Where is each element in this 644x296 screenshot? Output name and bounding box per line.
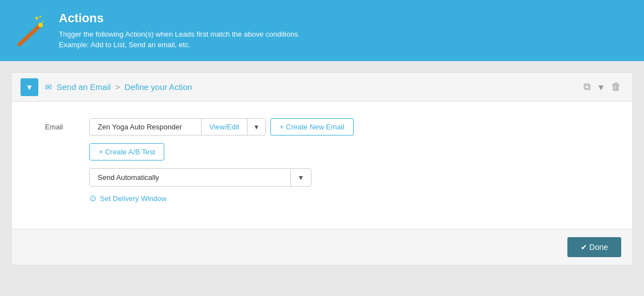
envelope-icon: ✉ [45, 82, 52, 92]
header-title: Actions [59, 11, 298, 26]
header-desc-line2: Example: Add to List, Send an email, etc… [59, 39, 298, 51]
send-mode-arrow-icon: ▼ [298, 174, 304, 182]
card-header-left: ▼ ✉ Send an Email > Define your Action [21, 78, 581, 96]
card-header-right: ⧉ ▾ 🗑 [581, 79, 623, 96]
view-edit-button[interactable]: View/Edit [201, 119, 247, 135]
trash-icon: 🗑 [611, 81, 621, 93]
delivery-window-label: Set Delivery Window [100, 194, 167, 203]
email-select-wrapper: Zen Yoga Auto Responder View/Edit ▼ [89, 118, 266, 136]
send-mode-dropdown-button[interactable]: ▼ [290, 169, 311, 186]
copy-dropdown-button[interactable]: ▾ [596, 79, 606, 96]
delete-button[interactable]: 🗑 [609, 79, 623, 95]
svg-point-4 [38, 23, 43, 27]
breadcrumb-separator: > [115, 82, 120, 92]
card-footer: ✔ Done [12, 229, 632, 265]
clock-icon: ⊙ [89, 193, 97, 203]
email-field-content: Zen Yoga Auto Responder View/Edit ▼ + Cr… [89, 118, 616, 203]
chevron-down-icon: ▼ [26, 83, 33, 92]
breadcrumb-step1: Send an Email [57, 82, 111, 92]
breadcrumb: ✉ Send an Email > Define your Action [45, 82, 192, 92]
create-ab-test-button[interactable]: + Create A/B Test [89, 143, 164, 160]
send-mode-select: Send Automatically ▼ [89, 168, 311, 187]
svg-line-3 [19, 25, 41, 44]
svg-text:✦: ✦ [38, 14, 42, 19]
create-ab-row: + Create A/B Test [89, 143, 616, 168]
send-mode-text: Send Automatically [90, 169, 290, 186]
email-select-row: Zen Yoga Auto Responder View/Edit ▼ + Cr… [89, 118, 616, 136]
main-content: ▼ ✉ Send an Email > Define your Action ⧉… [0, 61, 644, 277]
wand-icon: ✦ ✦ ✦ [14, 14, 47, 47]
breadcrumb-step2: Define your Action [124, 82, 192, 92]
email-dropdown-button[interactable]: ▼ [247, 119, 265, 135]
email-label: Email [45, 118, 78, 131]
svg-text:✦: ✦ [42, 20, 44, 23]
header-text: Actions Trigger the following Action(s) … [59, 11, 298, 51]
done-button[interactable]: ✔ Done [567, 237, 621, 257]
delivery-window-link[interactable]: ⊙ Set Delivery Window [89, 193, 616, 203]
card-header: ▼ ✉ Send an Email > Define your Action ⧉… [12, 73, 632, 102]
create-new-email-button[interactable]: + Create New Email [270, 118, 354, 136]
email-field-row: Email Zen Yoga Auto Responder View/Edit … [45, 118, 616, 203]
dropdown-arrow-icon: ▼ [253, 123, 260, 131]
copy-icon: ⧉ [583, 81, 591, 93]
header-desc-line1: Trigger the following Action(s) when Lea… [59, 29, 298, 40]
selected-email-name: Zen Yoga Auto Responder [90, 119, 201, 135]
header-icon: ✦ ✦ ✦ [11, 11, 50, 50]
copy-button[interactable]: ⧉ [581, 79, 593, 95]
actions-header: ✦ ✦ ✦ Actions Trigger the following Acti… [0, 0, 644, 61]
card-body: Email Zen Yoga Auto Responder View/Edit … [12, 102, 632, 229]
action-card: ▼ ✉ Send an Email > Define your Action ⧉… [11, 72, 633, 265]
collapse-button[interactable]: ▼ [21, 78, 38, 96]
chevron-small-icon: ▾ [598, 81, 603, 93]
